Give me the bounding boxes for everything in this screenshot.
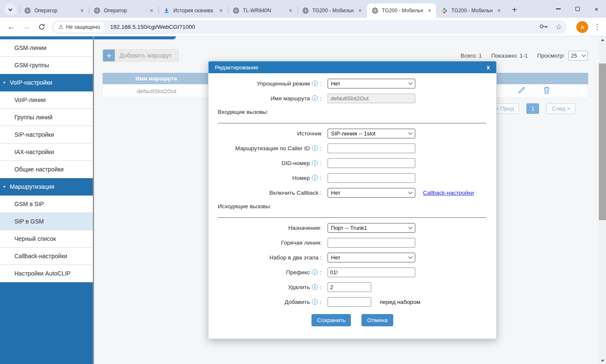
sidebar-item-blacklist[interactable]: Черный список [0,230,93,248]
close-icon[interactable]: × [495,7,503,14]
edit-pencil-icon[interactable] [517,86,526,96]
chevron-down-icon [582,53,586,57]
browser-tab[interactable]: Оператор × [19,3,89,18]
current-page-button[interactable]: 1 [526,103,539,114]
browser-toolbar: ← → ⚠ Не защищено 192.168.5.150/cgi/WebC… [0,18,606,36]
info-icon[interactable]: i [312,80,318,86]
add-route-button[interactable]: + Добавить маршрут [103,49,179,62]
prepend-digits-input[interactable] [328,297,371,307]
info-icon[interactable]: i [312,269,318,275]
sidebar-item-callback-settings[interactable]: Callback-настройки [0,248,93,265]
browser-tab[interactable]: TL-WR840N × [228,3,297,18]
sidebar-item-voip-lines[interactable]: VoIP-линии [0,91,93,109]
destination-select[interactable]: Порт -- Trunk1 [328,223,415,233]
browser-tab[interactable]: Оператор × [89,3,158,18]
sidebar-item-gsm-to-sip[interactable]: GSM в SIP [0,196,93,213]
did-number-input[interactable] [328,158,415,168]
back-button[interactable]: ← [5,21,17,33]
close-icon[interactable]: × [217,7,225,14]
sidebar-item-autoclip-settings[interactable]: Настройки AutoCLIP [0,265,93,282]
restore-button[interactable] [568,0,587,18]
sidebar-item-gsm-lines[interactable]: GSM-линии [0,39,93,57]
info-icon[interactable]: i [312,95,318,101]
number-input[interactable] [328,173,415,183]
sidebar-section-routing[interactable]: ▼ Маршрутизация [0,178,93,196]
close-icon[interactable]: × [287,7,294,14]
next-page-button[interactable]: След > [546,103,575,114]
address-bar[interactable]: ⚠ Не защищено 192.168.5.150/cgi/WebCGI?1… [52,20,567,34]
form-row-hotline: Горячая линия: [208,238,496,247]
browser-tabstrip: Оператор × Оператор × История скачива × … [0,0,606,18]
enable-callback-select[interactable]: Нет [328,188,415,198]
profile-avatar[interactable]: a [576,21,588,33]
info-icon[interactable]: i [312,160,318,166]
form-row-callerid-routing: Маршрутизация по Caller ID i : [208,143,496,153]
cancel-button[interactable]: Отмена [361,314,393,326]
info-icon[interactable]: i [312,299,318,305]
label-colon: : [320,299,322,305]
minimize-button[interactable] [549,0,568,18]
security-chip[interactable]: ⚠ Не защищено [54,22,105,32]
sidebar-item-general-settings[interactable]: Общие настройки [0,161,93,178]
callback-settings-link[interactable]: Callback-настройки [423,190,474,196]
browser-tab[interactable]: История скачива × [158,3,228,18]
source-select[interactable]: SIP-линия -- 1slot [328,129,415,138]
browser-tab[interactable]: TG200 - Мобильн × [436,3,506,18]
scrollbar-up-arrow[interactable] [599,36,606,43]
modal-close-button[interactable]: x [486,64,490,71]
field-label: Назначение: [288,225,322,231]
close-icon[interactable]: × [148,7,155,14]
sidebar-item-sip-to-gsm[interactable]: SIP в GSM [0,213,93,230]
tab-title: Оператор [104,8,148,14]
chevron-down-icon [409,80,413,85]
two-stage-dialing-select[interactable]: Нет [328,253,415,262]
password-key-icon[interactable] [539,23,549,31]
sidebar-item-gsm-groups[interactable]: GSM-группы [0,57,93,74]
reload-button[interactable] [35,21,48,33]
form-row-did-number: DID-номер i : [208,158,496,168]
prefix-input[interactable] [328,267,415,277]
browser-tab[interactable]: TG200 - Мобильн × [297,3,367,18]
browser-tab-active[interactable]: TG200 - Мобильн × [367,3,436,18]
info-icon[interactable]: i [312,284,318,290]
forward-button[interactable]: → [20,21,33,33]
strip-digits-input[interactable] [328,282,371,292]
window-controls: × [549,0,606,18]
bookmark-star-icon[interactable]: ☆ [556,22,562,31]
tab-search-button[interactable] [4,3,16,15]
minimize-icon [556,8,561,9]
prepend-suffix-text: перед набором [380,299,420,305]
info-icon[interactable]: i [312,145,318,151]
close-window-button[interactable]: × [587,0,606,18]
info-icon[interactable]: i [312,175,318,181]
close-icon[interactable]: × [356,7,364,14]
browser-menu-kebab-icon[interactable]: ⋮ [592,22,603,31]
field-label: Добавить [285,299,310,305]
page-scrollbar[interactable] [599,36,606,364]
field-label: DID-номер [281,160,310,166]
new-tab-button[interactable]: + [509,4,520,16]
restore-icon [575,7,580,11]
page-size-select[interactable]: 25 [568,51,588,61]
sidebar-item-label: Группы линий [14,114,53,121]
globe-icon [24,7,31,14]
delete-trash-icon[interactable] [543,86,550,96]
sidebar-item-iax-settings[interactable]: IAX-настройки [0,143,93,161]
scrollbar-down-arrow[interactable] [599,357,606,364]
scrollbar-thumb[interactable] [599,63,606,220]
close-icon[interactable]: × [78,7,86,14]
chevron-down-icon [409,254,413,259]
simplified-mode-select[interactable]: Нет [328,79,415,88]
sidebar-item-line-groups[interactable]: Группы линий [0,109,93,126]
incoming-calls-section-title: Входящие вызовы: [218,109,496,116]
save-button[interactable]: Сохранить [311,314,351,326]
callerid-routing-input[interactable] [328,143,415,153]
sidebar-section-voip-settings[interactable]: ▼ VoIP-настройки [0,74,93,91]
sidebar-item-sip-settings[interactable]: SIP-настройки [0,126,93,143]
close-icon[interactable]: × [426,7,433,14]
sidebar-item-label: Callback-настройки [14,253,67,259]
chevron-down-icon [409,225,413,229]
hotline-input[interactable] [328,238,415,248]
shown-range: Показано: 1-1 [491,52,528,59]
label-colon: : [320,95,322,102]
